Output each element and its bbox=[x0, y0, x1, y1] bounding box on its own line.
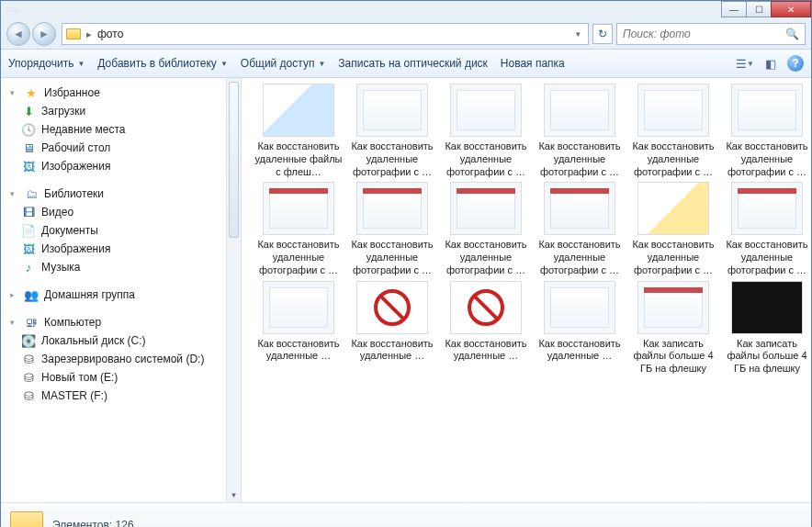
minimize-button[interactable]: — bbox=[721, 1, 747, 17]
chevron-down-icon: ▼ bbox=[77, 60, 85, 68]
file-list: Как восстановить удаленные файлы с флеш…… bbox=[242, 78, 811, 502]
file-item[interactable]: Как восстановить удаленные фотографии с … bbox=[348, 84, 436, 178]
sidebar-head-favorites[interactable]: ▾★Избранное bbox=[1, 84, 241, 102]
thumbnail-image bbox=[637, 281, 709, 334]
preview-pane-button[interactable]: ◧ bbox=[761, 54, 780, 73]
thumbnail-image bbox=[356, 281, 428, 334]
window-controls: — ☐ ✕ bbox=[722, 1, 811, 17]
file-item[interactable]: Как записать файлы больше 4 ГБ на флешку bbox=[723, 281, 811, 376]
sidebar-item-recent[interactable]: 🕓Недавние места bbox=[1, 120, 241, 139]
nav-buttons: ◄ ► bbox=[6, 22, 58, 46]
file-item[interactable]: Как восстановить удаленные … bbox=[348, 281, 436, 376]
file-item[interactable]: Как восстановить удаленные фотографии с … bbox=[723, 84, 811, 178]
file-item[interactable]: Как восстановить удаленные фотографии с … bbox=[442, 182, 530, 276]
file-item[interactable]: Как восстановить удаленные фотографии с … bbox=[629, 84, 717, 178]
file-item[interactable]: Как восстановить удаленные фотографии с … bbox=[254, 182, 343, 276]
documents-icon: 📄 bbox=[21, 223, 36, 238]
libraries-icon: 🗂 bbox=[24, 186, 39, 201]
file-label: Как восстановить удаленные … bbox=[254, 338, 343, 364]
folder-icon bbox=[66, 28, 81, 39]
help-button[interactable]: ? bbox=[787, 55, 804, 72]
sidebar-item-images[interactable]: 🖼Изображения bbox=[1, 240, 241, 258]
file-item[interactable]: Как восстановить удаленные фотографии с … bbox=[536, 182, 624, 276]
organize-button[interactable]: Упорядочить▼ bbox=[8, 57, 85, 70]
sidebar-head-libraries[interactable]: ▾🗂Библиотеки bbox=[1, 185, 241, 203]
status-count: Элементов: 126 bbox=[52, 519, 134, 528]
file-item[interactable]: Как восстановить удаленные фотографии с … bbox=[348, 182, 436, 276]
disk-icon: ⛁ bbox=[21, 352, 36, 366]
sidebar-item-downloads[interactable]: ⬇Загрузки bbox=[1, 102, 241, 120]
address-dropdown-icon[interactable]: ▾ bbox=[572, 29, 584, 39]
thumbnail-image bbox=[450, 84, 522, 137]
file-item[interactable]: Как восстановить удаленные фотографии с … bbox=[536, 84, 624, 178]
sidebar-group-favorites: ▾★Избранное ⬇Загрузки 🕓Недавние места 🖥Р… bbox=[1, 84, 241, 175]
search-input[interactable] bbox=[623, 28, 785, 40]
thumbnail-image bbox=[544, 281, 615, 334]
thumbnail-image bbox=[450, 182, 522, 235]
file-item[interactable]: Как восстановить удаленные фотографии с … bbox=[723, 182, 811, 276]
sidebar-item-drive-e[interactable]: ⛁Новый том (E:) bbox=[1, 368, 241, 387]
sidebar-scrollbar[interactable]: ▲ ▼ bbox=[226, 78, 241, 502]
collapse-icon: ▾ bbox=[10, 318, 18, 327]
sidebar-head-computer[interactable]: ▾🖳Компьютер bbox=[1, 313, 241, 331]
scroll-down-icon[interactable]: ▼ bbox=[227, 488, 241, 502]
body: ▾★Избранное ⬇Загрузки 🕓Недавние места 🖥Р… bbox=[1, 78, 811, 502]
sidebar-item-documents[interactable]: 📄Документы bbox=[1, 221, 241, 240]
chevron-down-icon: ▼ bbox=[220, 60, 228, 68]
thumbnail-image bbox=[731, 182, 803, 235]
sidebar-item-drive-d[interactable]: ⛁Зарезервировано системой (D:) bbox=[1, 350, 241, 368]
refresh-button[interactable]: ↻ bbox=[592, 24, 613, 44]
add-to-library-button[interactable]: Добавить в библиотеку▼ bbox=[97, 57, 227, 70]
breadcrumb-separator-icon: ▸ bbox=[86, 28, 92, 40]
sidebar-item-music[interactable]: ♪Музыка bbox=[1, 258, 241, 276]
sidebar-item-pictures[interactable]: 🖼Изображения bbox=[1, 157, 241, 175]
chevron-down-icon: ▼ bbox=[318, 60, 325, 68]
toolbar-right: ☰ ▼ ◧ ? bbox=[736, 54, 804, 73]
file-item[interactable]: Как восстановить удаленные … bbox=[254, 281, 343, 376]
expand-icon: ▸ bbox=[10, 290, 18, 299]
file-label: Как восстановить удаленные фотографии с … bbox=[348, 239, 436, 276]
close-button[interactable]: ✕ bbox=[771, 1, 811, 17]
sidebar-item-drive-c[interactable]: 💽Локальный диск (C:) bbox=[1, 331, 241, 350]
pictures-icon: 🖼 bbox=[21, 159, 36, 174]
file-label: Как восстановить удаленные фотографии с … bbox=[254, 239, 343, 276]
titlebar: — ☐ ✕ bbox=[1, 1, 811, 19]
file-item[interactable]: Как восстановить удаленные фотографии с … bbox=[442, 84, 530, 178]
file-label: Как восстановить удаленные фотографии с … bbox=[442, 239, 530, 276]
search-icon: 🔍 bbox=[785, 28, 799, 40]
scroll-thumb[interactable] bbox=[229, 82, 239, 238]
share-button[interactable]: Общий доступ▼ bbox=[241, 57, 326, 70]
address-bar[interactable]: ▸ фото ▾ bbox=[62, 23, 589, 45]
file-item[interactable]: Как восстановить удаленные … bbox=[442, 281, 530, 376]
file-label: Как восстановить удаленные файлы с флеш… bbox=[254, 140, 343, 178]
burn-button[interactable]: Записать на оптический диск bbox=[338, 57, 488, 70]
toolbar: Упорядочить▼ Добавить в библиотеку▼ Общи… bbox=[1, 49, 811, 78]
downloads-icon: ⬇ bbox=[21, 104, 36, 118]
search-box[interactable]: 🔍 bbox=[616, 23, 806, 45]
forward-button[interactable]: ► bbox=[32, 22, 56, 46]
sidebar-item-drive-f[interactable]: ⛁MASTER (F:) bbox=[1, 387, 241, 405]
breadcrumb-current[interactable]: фото bbox=[97, 28, 123, 40]
sidebar-item-videos[interactable]: 🎞Видео bbox=[1, 203, 241, 221]
new-folder-button[interactable]: Новая папка bbox=[501, 57, 565, 70]
file-item[interactable]: Как восстановить удаленные … bbox=[536, 281, 624, 376]
sidebar-group-computer: ▾🖳Компьютер 💽Локальный диск (C:) ⛁Зарезе… bbox=[1, 313, 241, 405]
thumbnail-image bbox=[544, 182, 615, 235]
file-label: Как записать файлы больше 4 ГБ на флешку bbox=[723, 338, 811, 376]
star-icon: ★ bbox=[24, 85, 39, 100]
thumbnail-image bbox=[544, 84, 615, 137]
file-item[interactable]: Как записать файлы больше 4 ГБ на флешку bbox=[629, 281, 717, 376]
music-icon: ♪ bbox=[21, 260, 36, 275]
sidebar-head-homegroup[interactable]: ▸👥Домашняя группа bbox=[1, 286, 241, 304]
desktop-icon: 🖥 bbox=[21, 140, 36, 155]
nav-row: ◄ ► ▸ фото ▾ ↻ 🔍 bbox=[1, 19, 811, 49]
sidebar-item-desktop[interactable]: 🖥Рабочий стол bbox=[1, 139, 241, 157]
file-item[interactable]: Как восстановить удаленные файлы с флеш… bbox=[254, 84, 343, 178]
view-options-button[interactable]: ☰ ▼ bbox=[736, 54, 754, 73]
sidebar-group-homegroup: ▸👥Домашняя группа bbox=[1, 286, 241, 304]
thumbnail-image bbox=[450, 281, 522, 334]
back-button[interactable]: ◄ bbox=[6, 22, 30, 46]
file-label: Как восстановить удаленные фотографии с … bbox=[536, 140, 624, 178]
maximize-button[interactable]: ☐ bbox=[746, 1, 772, 17]
file-item[interactable]: Как восстановить удаленные фотографии с … bbox=[629, 182, 717, 276]
